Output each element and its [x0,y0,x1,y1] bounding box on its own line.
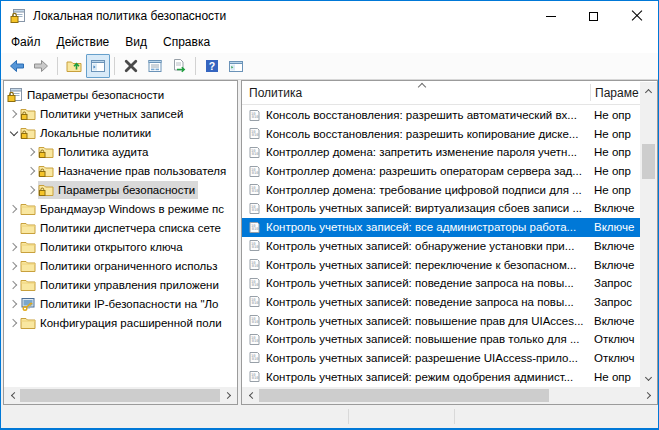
statusbar [3,408,656,425]
svg-text:010: 010 [252,376,260,381]
expander-icon[interactable] [7,237,20,256]
expander-icon[interactable] [7,294,20,313]
policy-name: Контроль учетных записей: виртуализация … [266,199,582,218]
tree-item[interactable]: Политики управления приложени [4,275,237,294]
expander-icon[interactable] [7,104,20,123]
expander-icon[interactable] [7,275,20,294]
scrollbar-thumb[interactable] [259,389,549,402]
new-window-icon [228,58,244,74]
svg-text:010: 010 [252,282,260,287]
policy-row[interactable]: 10010 Консоль восстановления: разрешить … [242,106,640,125]
svg-text:010: 010 [252,226,260,231]
scroll-right-icon[interactable] [640,387,657,404]
up-one-level-button[interactable] [62,54,86,78]
expander-icon[interactable] [25,142,38,161]
scroll-left-icon[interactable] [242,387,259,404]
expander-icon[interactable] [7,123,20,142]
scroll-left-icon[interactable] [4,387,21,404]
expander-icon[interactable] [7,218,20,237]
policy-value: Запрос [594,293,639,312]
statusbar-divider [454,409,455,424]
scroll-up-icon[interactable] [640,82,657,99]
policy-row[interactable]: 10010 Контроллер домена: разрешить опера… [242,162,640,181]
policy-row[interactable]: 10010 Контроль учетных записей: разрешен… [242,349,640,368]
help-button[interactable]: ? [200,54,224,78]
policy-row[interactable]: 10010 Контроль учетных записей: обнаруже… [242,237,640,256]
policy-row[interactable]: 10010 Контроль учетных записей: поведени… [242,293,640,312]
menu-action[interactable]: Действие [49,32,118,52]
policy-row[interactable]: 10010 Консоль восстановления: разрешить … [242,125,640,144]
new-window-button[interactable] [224,54,248,78]
scroll-right-icon[interactable] [220,387,237,404]
expander-icon[interactable] [25,180,38,199]
menu-view[interactable]: Вид [117,32,155,52]
menu-file[interactable]: Файл [3,32,49,52]
scroll-down-icon[interactable] [640,370,657,387]
policy-doc-icon: 10010 [248,314,261,327]
policy-name: Контроль учетных записей: все администра… [266,218,576,237]
expander-icon[interactable] [7,256,20,275]
policy-doc-icon: 10010 [248,183,261,196]
column-header-parameter[interactable]: Параме [595,81,640,105]
local-security-policy-window: Локальная политика безопасности Файл Дей… [0,0,659,430]
tree-item-label: Параметры безопасности [27,89,164,101]
tree-item[interactable]: Конфигурация расширенной поли [4,313,237,332]
forward-icon [33,58,49,74]
policy-name: Контроль учетных записей: переключение к… [266,256,576,275]
expander-icon[interactable] [7,313,20,332]
menu-help[interactable]: Справка [155,32,218,52]
list-horizontal-scrollbar[interactable] [242,387,657,404]
expander-icon[interactable] [7,199,20,218]
svg-text:010: 010 [252,245,260,250]
forward-button[interactable] [29,54,53,78]
tree-item[interactable]: Политика аудита [4,142,237,161]
show-console-tree-button[interactable] [86,54,110,78]
policy-row[interactable]: 10010 Контроль учетных записей: повышени… [242,330,640,349]
maximize-button[interactable] [572,1,615,31]
tree-item[interactable]: Брандмауэр Windows в режиме пс [4,199,237,218]
tree-item[interactable]: Параметры безопасности [4,180,237,199]
policy-row[interactable]: 10010 Контроль учетных записей: поведени… [242,274,640,293]
policy-value: Не опр [594,368,639,387]
policy-row[interactable]: 10010 Контроллер домена: требование цифр… [242,181,640,200]
policy-row[interactable]: 10010 Контроль учетных записей: повышени… [242,312,640,331]
policy-row[interactable]: 10010 Контроль учетных записей: виртуали… [242,199,640,218]
policy-name: Контроль учетных записей: обнаружение ус… [266,237,574,256]
tree-horizontal-scrollbar[interactable] [4,387,237,404]
policy-name: Контроль учетных записей: повышение прав… [266,330,579,349]
tree-item[interactable]: Политики диспетчера списка сете [4,218,237,237]
properties-button[interactable] [143,54,167,78]
expander-icon[interactable] [25,161,38,180]
svg-text:010: 010 [252,319,260,324]
policy-value: Отключ [594,330,639,349]
list-vertical-scrollbar[interactable] [640,82,657,387]
scrollbar-thumb[interactable] [642,144,655,179]
folder-lock-icon [20,106,36,122]
column-header-policy[interactable]: Политика [249,81,302,105]
tree-item[interactable]: Политики учетных записей [4,104,237,123]
close-button[interactable] [615,1,658,31]
policy-name: Консоль восстановления: разрешить копиро… [266,125,578,144]
tree-item[interactable]: Локальные политики [4,123,237,142]
minimize-button[interactable] [529,1,572,31]
tree-item[interactable]: Политики открытого ключа [4,237,237,256]
policy-row[interactable]: 10010 Контроль учетных записей: режим од… [242,368,640,387]
column-separator[interactable] [590,84,591,101]
delete-button[interactable] [119,54,143,78]
policy-row[interactable]: 10010 Контроль учетных записей: все адми… [242,218,640,237]
scrollbar-thumb[interactable] [20,389,220,402]
tree-item[interactable]: Назначение прав пользователя [4,161,237,180]
policy-name: Контроль учетных записей: режим одобрени… [266,368,573,387]
tree-item[interactable]: Политики ограниченного использ [4,256,237,275]
policy-name: Контроллер домена: запретить изменение п… [266,143,577,162]
tree-item[interactable]: Параметры безопасности [4,85,237,104]
policy-row[interactable]: 10010 Контроллер домена: запретить измен… [242,143,640,162]
sort-ascending-icon [418,83,426,91]
menubar: Файл Действие Вид Справка [1,31,658,53]
policy-row[interactable]: 10010 Контроль учетных записей: переключ… [242,256,640,275]
svg-text:010: 010 [252,301,260,306]
tree-item[interactable]: Политики IP-безопасности на "Ло [4,294,237,313]
tree-item-label: Политики IP-безопасности на "Ло [40,298,218,310]
back-button[interactable] [5,54,29,78]
export-list-button[interactable] [167,54,191,78]
